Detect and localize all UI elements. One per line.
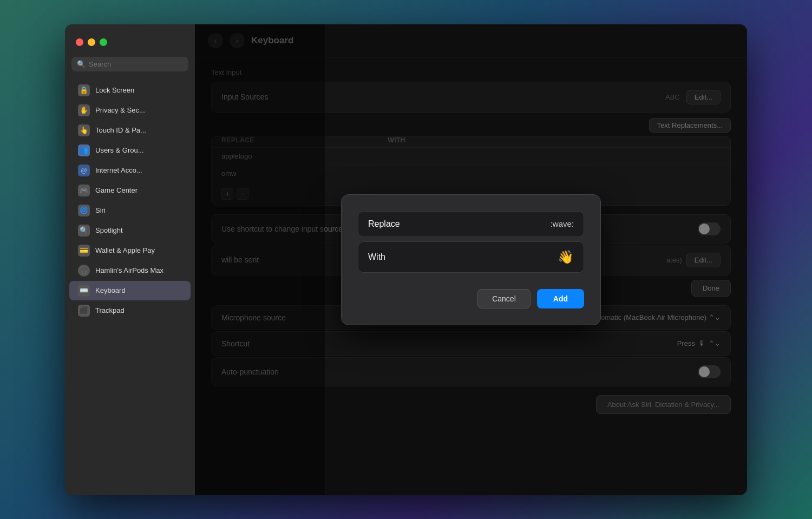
sidebar-item-spotlight[interactable]: 🔍 Spotlight [69, 221, 191, 240]
modal-overlay[interactable]: Replace :wave: With 👋 Cancel Add [195, 24, 747, 495]
sidebar-item-airpods[interactable]: 🎧 Hamlin's AirPods Max [69, 261, 191, 280]
sidebar-item-keyboard[interactable]: ⌨️ Keyboard [69, 281, 191, 300]
modal-replace-value: :wave: [551, 219, 574, 228]
minimize-button[interactable] [88, 38, 95, 46]
modal-replace-field[interactable]: Replace :wave: [358, 211, 584, 237]
wallet-icon: 💳 [78, 245, 90, 257]
text-replacement-modal: Replace :wave: With 👋 Cancel Add [341, 194, 601, 325]
lock-screen-icon: 🔒 [78, 84, 90, 96]
search-bar[interactable]: 🔍 [71, 57, 188, 71]
modal-replace-label: Replace [368, 219, 400, 229]
sidebar-item-touch-id[interactable]: 👆 Touch ID & Pa... [69, 121, 191, 140]
maximize-button[interactable] [100, 38, 107, 46]
close-button[interactable] [76, 38, 83, 46]
touch-id-icon: 👆 [78, 124, 90, 136]
spotlight-icon: 🔍 [78, 225, 90, 236]
sidebar-item-trackpad[interactable]: ⬛ Trackpad [69, 301, 191, 320]
sidebar-item-siri[interactable]: 🌀 Siri [69, 201, 191, 220]
sidebar: 🔍 🔒 Lock Screen ✋ Privacy & Sec... 👆 Tou… [65, 24, 195, 495]
trackpad-icon: ⬛ [78, 305, 90, 317]
sidebar-item-label: Internet Acco... [95, 166, 142, 174]
game-center-icon: 🎮 [78, 185, 90, 196]
sidebar-item-label: Game Center [95, 186, 137, 194]
modal-with-label: With [368, 252, 385, 262]
add-button[interactable]: Add [537, 289, 584, 308]
search-input[interactable] [89, 60, 183, 68]
sidebar-item-lock-screen[interactable]: 🔒 Lock Screen [69, 81, 191, 100]
window-chrome: 🔍 🔒 Lock Screen ✋ Privacy & Sec... 👆 Tou… [65, 24, 747, 495]
modal-with-field[interactable]: With 👋 [358, 241, 584, 273]
sidebar-item-privacy[interactable]: ✋ Privacy & Sec... [69, 101, 191, 120]
sidebar-item-label: Wallet & Apple Pay [95, 246, 155, 254]
sidebar-item-label: Siri [95, 206, 106, 214]
sidebar-item-label: Lock Screen [95, 86, 134, 94]
sidebar-item-game-center[interactable]: 🎮 Game Center [69, 181, 191, 200]
keyboard-icon: ⌨️ [78, 285, 90, 297]
sidebar-item-label: Privacy & Sec... [95, 106, 145, 114]
modal-actions: Cancel Add [358, 289, 584, 308]
sidebar-item-label: Keyboard [95, 286, 126, 294]
internet-icon: @ [78, 165, 90, 176]
sidebar-item-label: Spotlight [95, 226, 123, 234]
users-icon: 👥 [78, 144, 90, 156]
main-window: 🔍 🔒 Lock Screen ✋ Privacy & Sec... 👆 Tou… [65, 24, 747, 495]
sidebar-item-label: Users & Grou... [95, 146, 144, 154]
privacy-icon: ✋ [78, 104, 90, 116]
sidebar-item-label: Touch ID & Pa... [95, 126, 146, 134]
sidebar-item-label: Trackpad [95, 306, 125, 314]
cancel-button[interactable]: Cancel [477, 289, 531, 308]
sidebar-items: 🔒 Lock Screen ✋ Privacy & Sec... 👆 Touch… [65, 80, 195, 495]
sidebar-item-internet[interactable]: @ Internet Acco... [69, 161, 191, 180]
search-icon: 🔍 [77, 60, 86, 68]
sidebar-item-wallet[interactable]: 💳 Wallet & Apple Pay [69, 241, 191, 260]
traffic-lights [65, 30, 195, 57]
airpods-icon: 🎧 [78, 265, 90, 277]
sidebar-item-users[interactable]: 👥 Users & Grou... [69, 141, 191, 160]
sidebar-item-label: Hamlin's AirPods Max [95, 266, 163, 274]
siri-icon: 🌀 [78, 205, 90, 216]
main-content: ‹ › Keyboard Text Input Input Sources AB… [195, 24, 747, 495]
modal-with-emoji: 👋 [558, 249, 574, 265]
